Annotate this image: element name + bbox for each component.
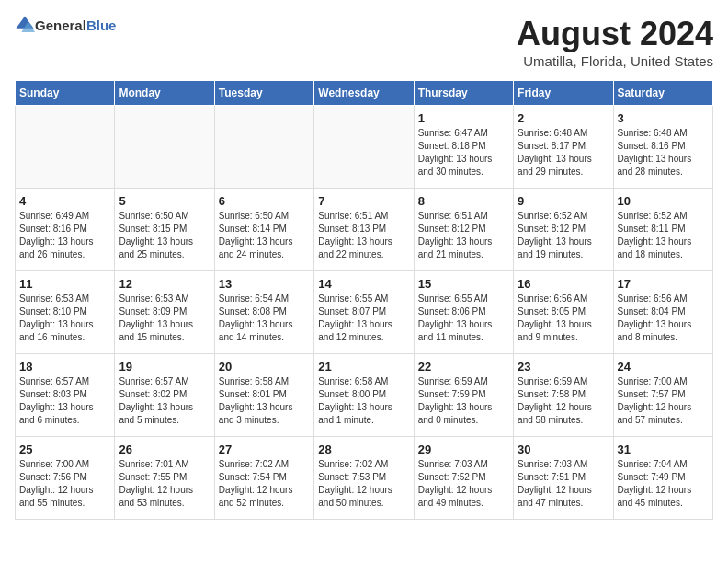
day-number: 21 <box>318 360 409 373</box>
weekday-header: Friday <box>514 81 613 106</box>
calendar-cell: 31Sunrise: 7:04 AM Sunset: 7:49 PM Dayli… <box>613 437 712 520</box>
calendar-cell: 16Sunrise: 6:56 AM Sunset: 8:05 PM Dayli… <box>514 271 613 354</box>
cell-info: Sunrise: 6:53 AM Sunset: 8:09 PM Dayligh… <box>119 293 210 344</box>
day-number: 29 <box>418 442 509 456</box>
cell-info: Sunrise: 6:58 AM Sunset: 8:01 PM Dayligh… <box>219 375 310 427</box>
calendar-cell: 25Sunrise: 7:00 AM Sunset: 7:56 PM Dayli… <box>16 437 115 520</box>
day-number: 24 <box>618 360 709 373</box>
calendar-cell: 9Sunrise: 6:52 AM Sunset: 8:12 PM Daylig… <box>514 189 613 271</box>
day-number: 13 <box>219 277 310 291</box>
cell-info: Sunrise: 7:00 AM Sunset: 7:57 PM Dayligh… <box>618 375 709 427</box>
cell-info: Sunrise: 7:02 AM Sunset: 7:54 PM Dayligh… <box>219 458 310 510</box>
calendar-cell: 14Sunrise: 6:55 AM Sunset: 8:07 PM Dayli… <box>314 271 414 354</box>
cell-info: Sunrise: 6:49 AM Sunset: 8:16 PM Dayligh… <box>19 210 110 261</box>
calendar-cell: 10Sunrise: 6:52 AM Sunset: 8:11 PM Dayli… <box>613 189 712 271</box>
day-number: 20 <box>219 360 310 373</box>
calendar-table: SundayMondayTuesdayWednesdayThursdayFrid… <box>15 80 713 520</box>
cell-info: Sunrise: 7:04 AM Sunset: 7:49 PM Dayligh… <box>618 458 709 510</box>
calendar-week-row: 25Sunrise: 7:00 AM Sunset: 7:56 PM Dayli… <box>16 437 713 520</box>
calendar-cell: 17Sunrise: 6:56 AM Sunset: 8:04 PM Dayli… <box>613 271 712 354</box>
calendar-cell: 1Sunrise: 6:47 AM Sunset: 8:18 PM Daylig… <box>414 106 513 189</box>
weekday-header: Saturday <box>613 81 712 106</box>
day-number: 22 <box>418 360 509 373</box>
page-subtitle: Umatilla, Florida, United States <box>517 53 713 69</box>
calendar-cell: 4Sunrise: 6:49 AM Sunset: 8:16 PM Daylig… <box>16 189 115 271</box>
weekday-header: Thursday <box>414 81 513 106</box>
calendar-week-row: 1Sunrise: 6:47 AM Sunset: 8:18 PM Daylig… <box>16 106 713 189</box>
calendar-cell: 27Sunrise: 7:02 AM Sunset: 7:54 PM Dayli… <box>214 437 313 520</box>
cell-info: Sunrise: 7:01 AM Sunset: 7:55 PM Dayligh… <box>119 458 210 510</box>
weekday-header: Sunday <box>16 81 115 106</box>
calendar-cell: 12Sunrise: 6:53 AM Sunset: 8:09 PM Dayli… <box>115 271 214 354</box>
day-number: 2 <box>518 111 609 125</box>
title-area: August 2024 Umatilla, Florida, United St… <box>517 15 713 69</box>
cell-info: Sunrise: 6:55 AM Sunset: 8:07 PM Dayligh… <box>318 293 409 344</box>
calendar-cell <box>16 106 115 189</box>
calendar-cell: 29Sunrise: 7:03 AM Sunset: 7:52 PM Dayli… <box>414 437 513 520</box>
day-number: 25 <box>19 442 110 456</box>
calendar-cell: 19Sunrise: 6:57 AM Sunset: 8:02 PM Dayli… <box>115 354 214 437</box>
calendar-cell: 20Sunrise: 6:58 AM Sunset: 8:01 PM Dayli… <box>214 354 313 437</box>
calendar-cell: 21Sunrise: 6:58 AM Sunset: 8:00 PM Dayli… <box>314 354 414 437</box>
calendar-cell: 22Sunrise: 6:59 AM Sunset: 7:59 PM Dayli… <box>414 354 513 437</box>
calendar-cell: 15Sunrise: 6:55 AM Sunset: 8:06 PM Dayli… <box>414 271 513 354</box>
logo-icon <box>15 15 35 35</box>
header: GeneralBlue August 2024 Umatilla, Florid… <box>15 15 713 69</box>
cell-info: Sunrise: 6:51 AM Sunset: 8:13 PM Dayligh… <box>318 210 409 261</box>
day-number: 6 <box>219 194 310 208</box>
day-number: 15 <box>418 277 509 291</box>
cell-info: Sunrise: 6:59 AM Sunset: 7:58 PM Dayligh… <box>518 375 609 427</box>
day-number: 12 <box>119 277 210 291</box>
calendar-cell: 30Sunrise: 7:03 AM Sunset: 7:51 PM Dayli… <box>514 437 613 520</box>
day-number: 28 <box>318 442 409 456</box>
day-number: 10 <box>618 194 709 208</box>
calendar-cell: 18Sunrise: 6:57 AM Sunset: 8:03 PM Dayli… <box>16 354 115 437</box>
page-title: August 2024 <box>517 15 713 53</box>
day-number: 8 <box>418 194 509 208</box>
day-number: 30 <box>518 442 609 456</box>
cell-info: Sunrise: 6:57 AM Sunset: 8:02 PM Dayligh… <box>119 375 210 427</box>
weekday-header: Wednesday <box>314 81 414 106</box>
day-number: 11 <box>19 277 110 291</box>
day-number: 17 <box>618 277 709 291</box>
calendar-cell <box>214 106 313 189</box>
day-number: 9 <box>518 194 609 208</box>
weekday-header: Monday <box>115 81 214 106</box>
cell-info: Sunrise: 6:56 AM Sunset: 8:04 PM Dayligh… <box>618 293 709 344</box>
logo: GeneralBlue <box>15 15 116 35</box>
day-number: 16 <box>518 277 609 291</box>
calendar-week-row: 11Sunrise: 6:53 AM Sunset: 8:10 PM Dayli… <box>16 271 713 354</box>
cell-info: Sunrise: 7:03 AM Sunset: 7:51 PM Dayligh… <box>518 458 609 510</box>
day-number: 4 <box>19 194 110 208</box>
cell-info: Sunrise: 6:59 AM Sunset: 7:59 PM Dayligh… <box>418 375 509 427</box>
calendar-cell: 24Sunrise: 7:00 AM Sunset: 7:57 PM Dayli… <box>613 354 712 437</box>
calendar-cell: 28Sunrise: 7:02 AM Sunset: 7:53 PM Dayli… <box>314 437 414 520</box>
cell-info: Sunrise: 6:57 AM Sunset: 8:03 PM Dayligh… <box>19 375 110 427</box>
calendar-cell: 8Sunrise: 6:51 AM Sunset: 8:12 PM Daylig… <box>414 189 513 271</box>
cell-info: Sunrise: 6:52 AM Sunset: 8:11 PM Dayligh… <box>618 210 709 261</box>
calendar-cell: 23Sunrise: 6:59 AM Sunset: 7:58 PM Dayli… <box>514 354 613 437</box>
day-number: 23 <box>518 360 609 373</box>
cell-info: Sunrise: 6:53 AM Sunset: 8:10 PM Dayligh… <box>19 293 110 344</box>
cell-info: Sunrise: 7:02 AM Sunset: 7:53 PM Dayligh… <box>318 458 409 510</box>
cell-info: Sunrise: 6:56 AM Sunset: 8:05 PM Dayligh… <box>518 293 609 344</box>
cell-info: Sunrise: 6:48 AM Sunset: 8:16 PM Dayligh… <box>618 127 709 178</box>
calendar-cell: 11Sunrise: 6:53 AM Sunset: 8:10 PM Dayli… <box>16 271 115 354</box>
day-number: 27 <box>219 442 310 456</box>
calendar-cell: 2Sunrise: 6:48 AM Sunset: 8:17 PM Daylig… <box>514 106 613 189</box>
cell-info: Sunrise: 6:54 AM Sunset: 8:08 PM Dayligh… <box>219 293 310 344</box>
calendar-week-row: 18Sunrise: 6:57 AM Sunset: 8:03 PM Dayli… <box>16 354 713 437</box>
calendar-cell: 6Sunrise: 6:50 AM Sunset: 8:14 PM Daylig… <box>214 189 313 271</box>
calendar-cell <box>115 106 214 189</box>
day-number: 1 <box>418 111 509 125</box>
day-number: 26 <box>119 442 210 456</box>
cell-info: Sunrise: 6:58 AM Sunset: 8:00 PM Dayligh… <box>318 375 409 427</box>
cell-info: Sunrise: 6:51 AM Sunset: 8:12 PM Dayligh… <box>418 210 509 261</box>
logo-blue: Blue <box>86 17 117 33</box>
day-number: 7 <box>318 194 409 208</box>
calendar-week-row: 4Sunrise: 6:49 AM Sunset: 8:16 PM Daylig… <box>16 189 713 271</box>
cell-info: Sunrise: 6:52 AM Sunset: 8:12 PM Dayligh… <box>518 210 609 261</box>
calendar-cell: 3Sunrise: 6:48 AM Sunset: 8:16 PM Daylig… <box>613 106 712 189</box>
day-number: 18 <box>19 360 110 373</box>
calendar-cell: 5Sunrise: 6:50 AM Sunset: 8:15 PM Daylig… <box>115 189 214 271</box>
